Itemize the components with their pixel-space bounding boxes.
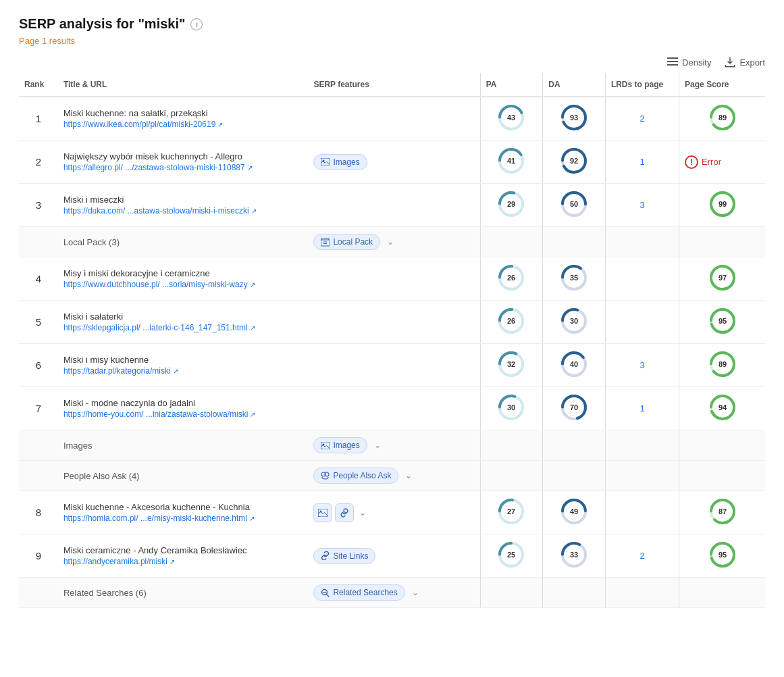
pa-cell: 30	[480, 387, 543, 430]
rank-cell: 5	[19, 301, 58, 344]
rank-cell: 4	[19, 257, 58, 301]
serp-badge[interactable]: Local Pack	[313, 234, 380, 250]
result-url[interactable]: https://allegro.pl/ .../zastawa-stolowa-…	[63, 163, 303, 172]
da-cell	[543, 578, 606, 608]
title-cell: Miski ceramiczne - Andy Ceramika Bolesła…	[58, 534, 309, 578]
serp-badge[interactable]: People Also Ask	[313, 468, 398, 484]
chevron-icon[interactable]: ⌄	[359, 508, 366, 518]
serp-badge[interactable]: Related Searches	[313, 584, 404, 601]
external-link-icon: ↗	[247, 164, 253, 172]
result-url[interactable]: https://sklepgalicja.pl/ ...laterki-c-14…	[63, 323, 303, 332]
svg-text:27: 27	[507, 507, 515, 516]
result-title: Miski kuchenne: na sałatki, przekąski	[63, 108, 303, 118]
info-icon[interactable]: i	[190, 18, 203, 30]
serp-cell: Site Links	[308, 534, 480, 578]
rank-number: 5	[36, 316, 41, 328]
header-title: Title & URL	[58, 73, 309, 97]
svg-text:33: 33	[570, 551, 578, 559]
density-icon	[667, 57, 678, 67]
lrd-value[interactable]: 1	[639, 403, 644, 413]
lrd-value[interactable]: 1	[639, 157, 644, 167]
rank-cell	[19, 461, 58, 491]
serp-badge[interactable]: Site Links	[313, 548, 375, 564]
lrd-value[interactable]: 2	[639, 551, 644, 561]
pa-cell: 25	[480, 534, 543, 578]
rank-cell	[19, 430, 58, 461]
external-link-icon: ↗	[249, 515, 255, 522]
da-cell	[543, 461, 606, 491]
toolbar: Density Export	[19, 57, 765, 68]
title-cell: Miski i sałaterki https://sklepgalicja.p…	[58, 301, 309, 344]
page-subtitle: Page 1 results	[19, 36, 765, 46]
svg-text:32: 32	[507, 360, 515, 368]
pa-cell: 32	[480, 344, 543, 387]
pa-cell	[480, 227, 543, 257]
special-title: People Also Ask (4)	[63, 471, 140, 481]
title-cell: Największy wybór misek kuchennych - Alle…	[58, 141, 309, 184]
svg-text:92: 92	[570, 157, 578, 165]
svg-text:87: 87	[718, 507, 726, 516]
title-cell: Miski kuchenne - Akcesoria kuchenne - Ku…	[58, 491, 309, 534]
serp-cell	[308, 184, 480, 227]
result-url[interactable]: https://andyceramika.pl/miski ↗	[63, 557, 303, 566]
svg-text:40: 40	[570, 360, 578, 368]
pa-cell: 43	[480, 97, 543, 141]
serp-cell	[308, 344, 480, 387]
chevron-icon[interactable]: ⌄	[405, 471, 412, 480]
link-feature-icon[interactable]	[335, 503, 354, 522]
lrd-cell: 3	[605, 344, 679, 387]
pa-cell	[480, 578, 543, 608]
result-url[interactable]: https://tadar.pl/kategoria/miski ↗	[63, 366, 303, 376]
error-label: Error	[702, 157, 721, 167]
title-cell: Miski i miseczki https://duka.com/ ...as…	[58, 184, 309, 227]
score-cell: 89	[679, 344, 765, 387]
serp-cell	[308, 97, 480, 141]
image-feature-icon[interactable]	[313, 503, 332, 522]
result-url[interactable]: https://www.dutchhouse.pl/ ...soria/misy…	[63, 280, 303, 289]
density-button[interactable]: Density	[667, 57, 711, 68]
special-title: Local Pack (3)	[63, 237, 120, 247]
chevron-icon[interactable]: ⌄	[412, 588, 419, 597]
serp-badge[interactable]: Images	[313, 437, 367, 453]
title-cell: Local Pack (3)	[58, 227, 309, 257]
score-cell	[679, 461, 765, 491]
lrd-value[interactable]: 3	[639, 200, 644, 210]
external-link-icon: ↗	[250, 281, 255, 289]
result-url[interactable]: https://duka.com/ ...astawa-stolowa/misk…	[63, 206, 303, 216]
svg-text:93: 93	[570, 114, 578, 122]
score-cell: 97	[679, 257, 765, 301]
pa-cell	[480, 430, 543, 461]
rank-cell	[19, 578, 58, 608]
result-url[interactable]: https://www.ikea.com/pl/pl/cat/miski-206…	[63, 120, 303, 129]
svg-text:29: 29	[507, 200, 515, 208]
rank-cell: 1	[19, 97, 58, 141]
lrd-value[interactable]: 3	[639, 360, 644, 370]
result-url[interactable]: https://homla.com.pl/ ...e/misy-miski-ku…	[63, 513, 303, 523]
header-lrd: LRDs to page	[605, 73, 679, 97]
score-cell: !Error	[679, 141, 765, 184]
svg-text:43: 43	[507, 114, 515, 122]
chevron-icon[interactable]: ⌄	[387, 237, 394, 247]
da-cell: 33	[543, 534, 606, 578]
svg-text:50: 50	[570, 200, 578, 208]
da-cell: 70	[543, 387, 606, 430]
page-title: SERP analysis for "miski" i	[19, 16, 765, 32]
result-title: Misy i miski dekoracyjne i ceramiczne	[63, 268, 303, 278]
svg-rect-2	[667, 64, 678, 66]
lrd-value[interactable]: 2	[639, 114, 644, 124]
title-cell: Miski kuchenne: na sałatki, przekąski ht…	[58, 97, 309, 141]
pa-cell: 26	[480, 257, 543, 301]
export-button[interactable]: Export	[725, 57, 765, 68]
score-cell	[679, 227, 765, 257]
svg-text:35: 35	[570, 274, 578, 282]
pa-cell: 41	[480, 141, 543, 184]
rank-number: 4	[36, 273, 41, 284]
serp-cell: Local Pack⌄	[308, 227, 480, 257]
serp-cell	[308, 257, 480, 301]
title-cell: Miski - modne naczynia do jadalni https:…	[58, 387, 309, 430]
chevron-icon[interactable]: ⌄	[374, 441, 381, 450]
serp-badge[interactable]: Images	[313, 154, 367, 170]
lrd-cell: 3	[605, 184, 679, 227]
result-title: Miski i sałaterki	[63, 311, 303, 322]
result-url[interactable]: https://home-you.com/ ...lnia/zastawa-st…	[63, 409, 303, 419]
